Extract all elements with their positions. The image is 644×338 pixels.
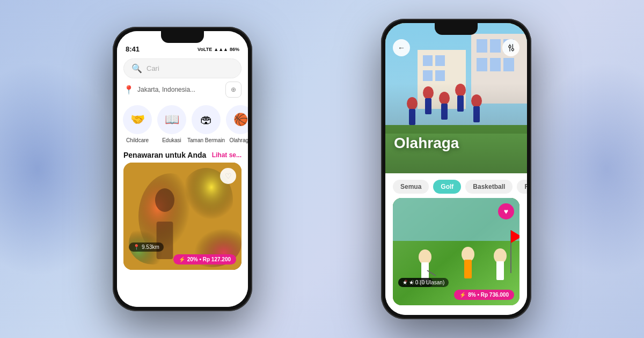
section-title: Penawaran untuk Anda <box>123 151 206 159</box>
offer-card-right[interactable]: ♥ 📍 0.33km ★ ★ 0 (0 Ulasan) ⚡ 8% • Rp 73… <box>393 198 519 305</box>
promo-text-left: 20% • Rp 127.200 <box>187 256 231 262</box>
olahraga-icon-circle: 🏀 <box>226 105 248 134</box>
svg-rect-39 <box>393 198 519 241</box>
gps-button[interactable]: ⊕ <box>225 82 241 98</box>
svg-point-35 <box>511 48 514 50</box>
distance-value-left: 9.53km <box>142 244 159 250</box>
location-text: Jakarta, Indonesia... <box>137 86 195 93</box>
category-edukasi[interactable]: 📖 Edukasi <box>158 105 186 143</box>
tab-semua[interactable]: Semua <box>393 180 429 194</box>
card-rating: ★ ★ 0 (0 Ulasan) <box>398 278 449 287</box>
notch-left <box>161 31 204 43</box>
right-phone-screen: ← Olahraga Sem <box>385 23 527 315</box>
svg-point-45 <box>494 248 507 263</box>
filter-icon <box>507 43 515 52</box>
notch-right <box>435 23 478 35</box>
categories-row: 🤝 Childcare 📖 Edukasi 🏟 Taman Bermain 🏀 … <box>117 102 248 146</box>
signal-icon: ▲▲▲ <box>214 47 228 52</box>
category-olahraga[interactable]: 🏀 Olahraga <box>226 105 248 143</box>
see-all-button[interactable]: Lihat se... <box>212 151 241 159</box>
phone-left: 8:41 VoLTE ▲▲▲ 86% 🔍 Cari 📍 Jakarta, Ind… <box>113 27 252 311</box>
rating-text: ★ 0 (0 Ulasan) <box>409 280 444 285</box>
svg-rect-44 <box>464 260 472 278</box>
distance-pin-icon: 📍 <box>133 244 140 250</box>
edukasi-icon-circle: 📖 <box>157 105 186 134</box>
back-button[interactable]: ← <box>393 39 410 56</box>
card-promo-right: ⚡ 8% • Rp 736.000 <box>454 290 514 300</box>
offer-card-left[interactable]: ♡ 📍 9.53km ⚡ 20% • Rp 127.200 <box>123 163 241 270</box>
svg-point-5 <box>155 188 174 212</box>
tab-golf[interactable]: Golf <box>433 180 461 194</box>
left-screen: 8:41 VoLTE ▲▲▲ 86% 🔍 Cari 📍 Jakarta, Ind… <box>117 31 248 307</box>
star-icon: ★ <box>402 280 407 285</box>
taman-bermain-label: Taman Bermain <box>187 137 225 143</box>
edukasi-label: Edukasi <box>162 137 181 143</box>
search-icon: 🔍 <box>131 63 142 74</box>
childcare-label: Childcare <box>126 137 149 143</box>
battery-icon: 86% <box>230 47 239 52</box>
promo-text-right: 8% • Rp 736.000 <box>468 292 509 298</box>
heart-button-right[interactable]: ♥ <box>498 203 514 219</box>
network-icon: VoLTE <box>197 47 212 52</box>
tabs-row: Semua Golf Basketball Renang <box>385 173 527 198</box>
location-row: 📍 Jakarta, Indonesia... ⊕ <box>123 82 241 98</box>
category-childcare[interactable]: 🤝 Childcare <box>123 105 151 143</box>
phones-container: 8:41 VoLTE ▲▲▲ 86% 🔍 Cari 📍 Jakarta, Ind… <box>80 13 564 325</box>
olahraga-label: Olahraga <box>229 137 248 143</box>
card-promo-left: ⚡ 20% • Rp 127.200 <box>173 254 236 264</box>
section-header: Penawaran untuk Anda Lihat se... <box>117 146 248 163</box>
right-screen: ← Olahraga Sem <box>385 23 527 315</box>
tab-renang[interactable]: Renang <box>517 180 527 194</box>
search-bar[interactable]: 🔍 Cari <box>123 58 241 78</box>
left-phone-screen: 8:41 VoLTE ▲▲▲ 86% 🔍 Cari 📍 Jakarta, Ind… <box>117 31 248 307</box>
status-time: 8:41 <box>126 45 140 53</box>
filter-button[interactable] <box>502 39 519 56</box>
hero-image: ← Olahraga <box>385 23 527 173</box>
taman-bermain-icon-circle: 🏟 <box>192 105 221 134</box>
svg-point-40 <box>419 249 431 264</box>
promo-lightning-icon-right: ⚡ <box>459 292 466 298</box>
card-distance-left: 📍 9.53km <box>129 243 164 252</box>
svg-point-32 <box>509 46 511 48</box>
heart-button-left[interactable]: ♡ <box>220 168 236 184</box>
promo-lightning-icon: ⚡ <box>179 256 185 262</box>
hero-title: Olahraga <box>394 135 459 152</box>
tab-basketball[interactable]: Basketball <box>465 180 513 194</box>
childcare-icon-circle: 🤝 <box>123 105 152 134</box>
svg-rect-6 <box>157 222 173 259</box>
search-placeholder: Cari <box>147 64 159 72</box>
category-taman-bermain[interactable]: 🏟 Taman Bermain <box>192 105 220 143</box>
svg-point-43 <box>462 247 474 262</box>
phone-right: ← Olahraga Sem <box>381 19 531 319</box>
location-pin-icon: 📍 <box>123 85 134 95</box>
status-icons: VoLTE ▲▲▲ 86% <box>197 47 239 52</box>
svg-rect-46 <box>496 261 504 280</box>
